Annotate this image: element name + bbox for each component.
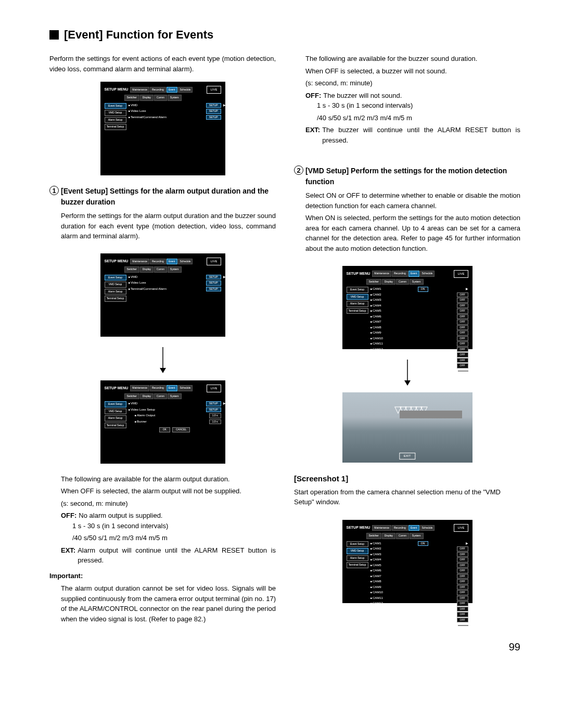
cam-list-2: CAM1ON▶CAM2OFFCAM3OFFCAM4OFFCAM5OFFCAM6O…: [371, 541, 468, 628]
tab: Recording: [150, 87, 166, 93]
cam-row: CAM1ON▶: [371, 541, 468, 546]
svg-marker-1: [160, 368, 166, 373]
section1-head: 1 [Event Setup] Settings for the alarm o…: [49, 186, 276, 208]
cam-row: CAM7OFF: [371, 574, 468, 579]
cam-row: CAM14OFF: [371, 612, 468, 617]
svg-marker-3: [404, 380, 411, 386]
cam-row: CAM3OFF: [371, 552, 468, 557]
tab: Schedule: [178, 87, 193, 93]
screenshot1-text: Start operation from the camera channel …: [294, 487, 520, 507]
figure-1: SETUP MENU Maintenance Recording Event S…: [100, 82, 225, 175]
col-left: Perform the settings for event actions o…: [49, 54, 276, 626]
fig-sidebar: Event Setup VMD Setup Alarm Setup Termin…: [105, 103, 126, 131]
cam-row: CAM11OFF: [371, 596, 468, 601]
cam-row: CAM6OFF: [371, 568, 468, 573]
cam-row: CAM9OFF: [371, 330, 468, 336]
cam-row: CAM6OFF: [371, 314, 468, 320]
cam-row: CAM3OFF: [371, 298, 468, 303]
roof-bar: [400, 411, 462, 418]
cam-row: CAM1ON▶: [371, 287, 468, 292]
figure-5-photo: ▽▽▽▽▽▽ EXIT: [342, 392, 472, 463]
cam-row: CAM5OFF: [371, 309, 468, 314]
cam-row: CAM10OFF: [371, 336, 468, 341]
setup-menu-label: SETUP MENU: [105, 87, 129, 93]
arrow-down: [49, 347, 276, 376]
cam-row: CAM9OFF: [371, 585, 468, 590]
cam-row: CAM10OFF: [371, 590, 468, 595]
tab: Maintenance: [130, 87, 149, 93]
circled-1: 1: [49, 186, 59, 195]
screenshot1-head: [Screenshot 1]: [294, 473, 520, 485]
important-text: The alarm output duration cannot be set …: [61, 583, 276, 624]
figure-4: SETUP MENU Maintenance Recording Event S…: [342, 266, 472, 349]
circled-2: 2: [294, 165, 303, 175]
cam-row: CAM2OFF: [371, 546, 468, 552]
cam-row: CAM7OFF: [371, 320, 468, 325]
cam-row: CAM8OFF: [371, 325, 468, 330]
intro-text: Perform the settings for event actions o…: [49, 54, 276, 74]
live-label: LIVE: [207, 86, 221, 94]
tab: Event: [167, 87, 177, 93]
page-title: [Event] Function for Events: [49, 26, 520, 43]
exit-label: EXIT: [399, 453, 415, 459]
cam-row: CAM16: [371, 623, 468, 628]
sect1-p1: Perform the settings for the alarm outpu…: [61, 211, 276, 241]
cam-row: CAM4OFF: [371, 557, 468, 563]
figure-3: SETUP MENU Maintenance Recording Event S…: [100, 380, 225, 464]
cam-row: CAM4OFF: [371, 303, 468, 309]
cam-row: CAM5OFF: [371, 563, 468, 568]
col-right: The following are available for the buzz…: [294, 54, 520, 626]
section2-head: 2 [VMD Setup] Perform the settings for t…: [294, 165, 520, 187]
figure-2: SETUP MENU Maintenance Recording Event S…: [100, 253, 225, 337]
important-label: Important:: [49, 571, 276, 581]
cam-row: CAM12OFF: [371, 347, 468, 352]
cam-row: CAM12OFF: [371, 601, 468, 606]
title-text: [Event] Function for Events: [64, 26, 213, 43]
arrow-down: [294, 360, 520, 389]
cam-row: CAM11OFF: [371, 341, 468, 347]
page-number: 99: [49, 639, 520, 655]
cam-row: CAM13OFF: [371, 352, 468, 357]
cam-row: CAM2OFF: [371, 292, 468, 298]
cam-row: CAM15OFF: [371, 618, 468, 623]
title-square: [49, 30, 59, 40]
cam-row: CAM8OFF: [371, 579, 468, 584]
figure-6: SETUP MENU Maintenance Recording Event S…: [342, 520, 472, 603]
cam-row: CAM13OFF: [371, 607, 468, 612]
